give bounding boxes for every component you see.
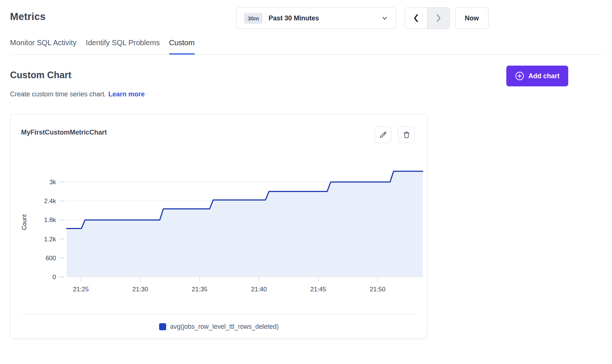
edit-chart-button[interactable]	[375, 126, 391, 143]
svg-text:21:30: 21:30	[132, 286, 148, 293]
tab-bar: Monitor SQL Activity Identify SQL Proble…	[10, 39, 195, 55]
tab-monitor-sql-activity[interactable]: Monitor SQL Activity	[10, 39, 76, 55]
svg-text:1.8k: 1.8k	[44, 216, 56, 224]
svg-text:600: 600	[46, 255, 56, 262]
trash-icon	[402, 131, 411, 139]
svg-text:21:45: 21:45	[310, 286, 326, 293]
chart-title: MyFirstCustomMetricChart	[21, 129, 107, 136]
svg-text:Count: Count	[21, 214, 27, 230]
time-step-buttons	[405, 7, 450, 29]
svg-text:21:35: 21:35	[192, 286, 208, 293]
svg-text:21:25: 21:25	[73, 286, 89, 293]
chevron-down-icon	[381, 14, 388, 22]
svg-text:3k: 3k	[49, 179, 56, 186]
chevron-left-icon	[412, 13, 420, 23]
pencil-icon	[379, 131, 387, 139]
delete-chart-button[interactable]	[398, 126, 415, 143]
time-range-badge: 30m	[244, 13, 263, 24]
tab-custom[interactable]: Custom	[169, 39, 195, 55]
time-back-button[interactable]	[405, 8, 427, 29]
time-forward-button[interactable]	[427, 8, 450, 29]
legend-label: avg(jobs_row_level_ttl_rows_deleted)	[170, 323, 279, 331]
time-range-label: Past 30 Minutes	[269, 14, 381, 22]
chevron-right-icon	[434, 13, 442, 23]
add-chart-button[interactable]: Add chart	[506, 66, 568, 86]
learn-more-link[interactable]: Learn more	[108, 90, 145, 98]
time-range-select[interactable]: 30m Past 30 Minutes	[236, 7, 396, 29]
svg-text:0: 0	[53, 274, 56, 281]
custom-chart-card: MyFirstCustomMetricChart 06001.2k1.8k2.4…	[10, 114, 427, 338]
tabs-divider	[10, 54, 602, 55]
plus-circle-icon	[515, 71, 524, 81]
section-heading: Custom Chart	[10, 70, 71, 80]
card-divider	[21, 314, 417, 315]
time-controls: 30m Past 30 Minutes Now	[236, 7, 396, 29]
legend-swatch	[159, 323, 166, 330]
page-title: Metrics	[10, 11, 46, 23]
custom-metric-chart[interactable]: 06001.2k1.8k2.4k3k21:2521:3021:3521:4021…	[11, 150, 428, 298]
now-button[interactable]: Now	[455, 7, 488, 29]
svg-text:2.4k: 2.4k	[44, 198, 56, 205]
svg-text:21:40: 21:40	[251, 286, 267, 293]
svg-text:1.2k: 1.2k	[44, 236, 56, 243]
chart-legend: avg(jobs_row_level_ttl_rows_deleted)	[11, 323, 427, 331]
section-description: Create custom time series chart.Learn mo…	[10, 90, 145, 98]
metrics-page: Metrics 30m Past 30 Minutes Now Monitor	[0, 0, 612, 364]
tab-identify-sql-problems[interactable]: Identify SQL Problems	[86, 39, 159, 55]
svg-text:21:50: 21:50	[370, 286, 386, 293]
add-chart-label: Add chart	[528, 72, 559, 80]
section-description-text: Create custom time series chart.	[10, 90, 106, 98]
